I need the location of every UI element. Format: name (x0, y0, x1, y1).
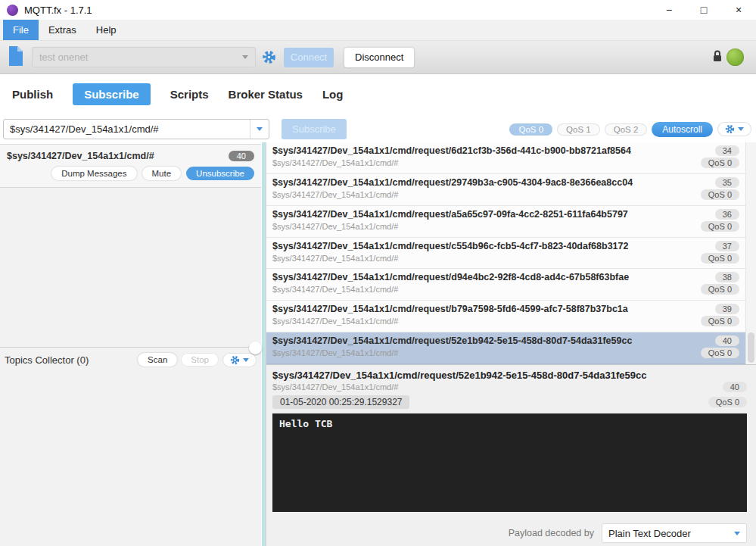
scrollbar-thumb[interactable] (748, 332, 754, 363)
window-controls: − □ × (652, 0, 756, 20)
message-row[interactable]: $sys/341427/Dev_154a1x1/cmd/request/d94e… (266, 269, 745, 301)
menu-file[interactable]: File (3, 20, 39, 40)
detail-timestamp: 01-05-2020 00:25:29.1529327 (272, 395, 409, 409)
decoder-label: Payload decoded by (509, 528, 594, 538)
message-row[interactable]: $sys/341427/Dev_154a1x1/cmd/request/a5a6… (266, 206, 745, 238)
message-row[interactable]: $sys/341427/Dev_154a1x1/cmd/request/b79a… (266, 301, 745, 332)
app-window: MQTT.fx - 1.7.1 − □ × File Extras Help t… (0, 0, 756, 546)
chevron-down-icon (242, 55, 248, 59)
message-id-badge: 38 (715, 272, 739, 282)
message-list: $sys/341427/Dev_154a1x1/cmd/request/6d21… (266, 142, 745, 364)
topics-settings-button[interactable] (222, 353, 257, 367)
disconnect-button[interactable]: Disconnect (344, 48, 414, 67)
list-settings-button[interactable] (717, 122, 751, 136)
message-subscription: $sys/341427/Dev_154a1x1/cmd/# (272, 254, 398, 263)
stop-button[interactable]: Stop (181, 353, 219, 367)
profile-document-icon[interactable] (8, 45, 24, 70)
tab-publish[interactable]: Publish (12, 88, 53, 101)
message-id-badge: 40 (715, 335, 739, 346)
qos2-toggle[interactable]: QoS 2 (605, 123, 648, 136)
gear-icon (725, 124, 735, 134)
mute-button[interactable]: Mute (142, 167, 182, 180)
profile-select[interactable]: test onenet (32, 47, 256, 67)
autoscroll-toggle[interactable]: Autoscroll (652, 122, 713, 137)
chevron-down-icon (734, 532, 740, 535)
tab-broker-status[interactable]: Broker Status (229, 88, 303, 101)
connect-button[interactable]: Connect (284, 48, 334, 67)
message-topic: $sys/341427/Dev_154a1x1/cmd/request/a5a6… (272, 209, 628, 220)
topic-input-value: $sys/341427/Dev_154a1x1/cmd/# (4, 120, 250, 139)
chevron-down-icon (243, 358, 249, 362)
minimize-button[interactable]: − (652, 0, 686, 20)
message-subscription: $sys/341427/Dev_154a1x1/cmd/# (272, 285, 398, 294)
subscribe-toolbar: $sys/341427/Dev_154a1x1/cmd/# Subscribe … (3, 119, 751, 139)
menu-help[interactable]: Help (86, 20, 126, 40)
message-row[interactable]: $sys/341427/Dev_154a1x1/cmd/request/2974… (266, 174, 745, 206)
message-qos-badge: QoS 0 (701, 316, 739, 326)
scan-button[interactable]: Scan (138, 353, 177, 367)
subscription-topic: $sys/341427/Dev_154a1x1/cmd/# (7, 151, 154, 161)
message-topic: $sys/341427/Dev_154a1x1/cmd/request/c554… (272, 241, 628, 251)
subscribe-button[interactable]: Subscribe (282, 119, 347, 139)
close-button[interactable]: × (721, 0, 756, 20)
tab-log[interactable]: Log (322, 88, 344, 101)
detail-id-badge: 40 (723, 382, 747, 392)
message-id-badge: 37 (715, 241, 739, 251)
qos0-toggle[interactable]: QoS 0 (509, 123, 552, 136)
decoder-select[interactable]: Plain Text Decoder (602, 523, 747, 543)
message-qos-badge: QoS 0 (701, 158, 739, 168)
message-qos-badge: QoS 0 (701, 189, 739, 200)
message-topic: $sys/341427/Dev_154a1x1/cmd/request/b79a… (272, 304, 628, 314)
subscriptions-panel: $sys/341427/Dev_154a1x1/cmd/# 40 Dump Me… (0, 144, 261, 546)
message-qos-badge: QoS 0 (701, 221, 739, 232)
message-topic: $sys/341427/Dev_154a1x1/cmd/request/52e1… (272, 335, 632, 346)
message-topic: $sys/341427/Dev_154a1x1/cmd/request/2974… (272, 177, 633, 188)
topics-collector-title: Topics Collector (0) (5, 354, 89, 366)
topic-input[interactable]: $sys/341427/Dev_154a1x1/cmd/# (3, 119, 269, 139)
message-subscription: $sys/341427/Dev_154a1x1/cmd/# (272, 222, 398, 231)
detail-qos-badge: QoS 0 (708, 397, 747, 407)
message-list-scrollbar[interactable] (745, 142, 756, 364)
maximize-button[interactable]: □ (686, 0, 721, 20)
window-title: MQTT.fx - 1.7.1 (24, 5, 92, 16)
message-id-badge: 39 (715, 304, 739, 314)
lock-icon (711, 49, 723, 66)
subscription-item[interactable]: $sys/341427/Dev_154a1x1/cmd/# 40 Dump Me… (0, 145, 261, 188)
menu-extras[interactable]: Extras (39, 20, 86, 40)
detail-subscription: $sys/341427/Dev_154a1x1/cmd/# (272, 382, 398, 392)
topic-dropdown-button[interactable] (250, 120, 269, 139)
qos1-toggle[interactable]: QoS 1 (557, 123, 600, 136)
tab-subscribe[interactable]: Subscribe (73, 83, 151, 105)
message-row[interactable]: $sys/341427/Dev_154a1x1/cmd/request/52e1… (266, 332, 745, 364)
message-row[interactable]: $sys/341427/Dev_154a1x1/cmd/request/c554… (266, 238, 745, 270)
connection-settings-gear-icon[interactable] (262, 50, 276, 64)
chevron-down-icon (257, 127, 263, 131)
message-id-badge: 36 (715, 209, 739, 220)
message-row[interactable]: $sys/341427/Dev_154a1x1/cmd/request/6d21… (266, 142, 745, 174)
message-id-badge: 34 (715, 145, 739, 156)
topics-collector-header: Topics Collector (0) Scan Stop (0, 347, 261, 372)
split-divider-handle[interactable] (249, 342, 262, 354)
payload-viewer[interactable]: Hello TCB (272, 413, 747, 512)
menu-bar: File Extras Help (0, 20, 756, 41)
unsubscribe-button[interactable]: Unsubscribe (186, 167, 254, 180)
title-bar: MQTT.fx - 1.7.1 − □ × (0, 0, 756, 20)
profile-select-value: test onenet (39, 51, 88, 63)
tab-scripts[interactable]: Scripts (170, 88, 209, 101)
message-detail-pane: $sys/341427/Dev_154a1x1/cmd/request/52e1… (266, 364, 756, 546)
app-logo-icon (7, 5, 18, 16)
subscription-count-badge: 40 (229, 151, 254, 161)
message-subscription: $sys/341427/Dev_154a1x1/cmd/# (272, 348, 398, 357)
message-topic: $sys/341427/Dev_154a1x1/cmd/request/6d21… (272, 145, 631, 156)
message-topic: $sys/341427/Dev_154a1x1/cmd/request/d94e… (272, 272, 629, 282)
split-divider[interactable] (261, 142, 266, 546)
message-subscription: $sys/341427/Dev_154a1x1/cmd/# (272, 158, 398, 167)
gear-icon (230, 355, 240, 365)
connection-status-indicator (726, 48, 744, 66)
decoder-select-value: Plain Text Decoder (608, 528, 691, 539)
dump-messages-button[interactable]: Dump Messages (51, 167, 136, 180)
main-tabs: Publish Subscribe Scripts Broker Status … (12, 83, 343, 105)
message-qos-badge: QoS 0 (701, 348, 739, 358)
chevron-down-icon (738, 127, 744, 131)
detail-topic: $sys/341427/Dev_154a1x1/cmd/request/52e1… (272, 370, 747, 381)
